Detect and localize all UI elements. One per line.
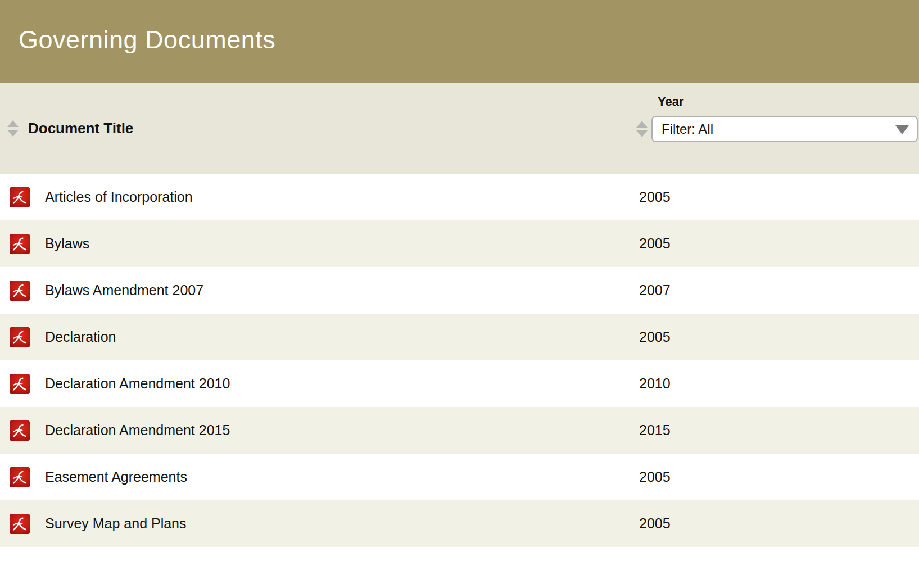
pdf-icon[interactable]: [10, 281, 30, 301]
year-filter-value: Filter: All: [662, 121, 713, 137]
document-year: 2005: [639, 236, 671, 252]
document-year: 2005: [639, 515, 671, 532]
document-title-link[interactable]: Bylaws Amendment 2007: [45, 282, 203, 298]
pdf-icon[interactable]: [10, 514, 30, 534]
table-header: Document Title Year Filter: All: [0, 83, 919, 174]
document-title-link[interactable]: Easement Agreements: [45, 469, 187, 485]
sort-desc-icon: [636, 130, 648, 137]
pdf-icon[interactable]: [10, 234, 30, 254]
sort-arrows-icon[interactable]: [7, 120, 19, 137]
table-row[interactable]: Bylaws Amendment 2007 2007: [0, 267, 919, 314]
document-title-link[interactable]: Declaration: [45, 329, 116, 345]
document-year: 2005: [639, 469, 671, 485]
document-title-link[interactable]: Declaration Amendment 2015: [45, 422, 230, 438]
table-row[interactable]: Bylaws 2005: [0, 220, 919, 267]
document-year: 2015: [639, 422, 671, 438]
year-column-header: Year Filter: All: [636, 94, 918, 142]
table-row[interactable]: Declaration Amendment 2010 2010: [0, 360, 919, 407]
column-label-year: Year: [658, 94, 918, 109]
table-row[interactable]: Declaration Amendment 2015 2015: [0, 407, 919, 454]
document-title-column-header: Document Title: [7, 83, 133, 174]
page-title: Governing Documents: [19, 25, 275, 55]
document-title-link[interactable]: Bylaws: [45, 236, 89, 252]
document-year: 2005: [639, 189, 671, 205]
sort-arrows-icon[interactable]: [636, 121, 648, 137]
document-title-link[interactable]: Declaration Amendment 2010: [45, 376, 230, 392]
document-list: Articles of Incorporation 2005 Bylaws 20…: [0, 174, 919, 588]
table-row[interactable]: Articles of Incorporation 2005: [0, 174, 919, 220]
year-filter-dropdown[interactable]: Filter: All: [651, 116, 918, 142]
pdf-icon[interactable]: [10, 374, 30, 394]
table-row[interactable]: Declaration 2005: [0, 314, 919, 360]
document-title-link[interactable]: Survey Map and Plans: [45, 515, 187, 532]
chevron-down-icon: [895, 125, 909, 134]
sort-asc-icon: [7, 120, 19, 127]
document-year: 2010: [639, 376, 671, 392]
pdf-icon[interactable]: [10, 187, 30, 207]
pdf-icon[interactable]: [10, 327, 30, 347]
document-year: 2005: [639, 329, 671, 345]
sort-desc-icon: [7, 130, 19, 137]
table-row[interactable]: Easement Agreements 2005: [0, 454, 919, 500]
pdf-icon[interactable]: [10, 420, 30, 441]
sort-asc-icon: [636, 121, 648, 128]
document-title-link[interactable]: Articles of Incorporation: [45, 189, 193, 205]
year-filter-row: Filter: All: [636, 116, 918, 142]
governing-documents-page: Governing Documents Document Title Year …: [0, 0, 919, 588]
column-label-document-title: Document Title: [28, 120, 133, 137]
pdf-icon[interactable]: [10, 467, 30, 487]
document-year: 2007: [639, 282, 671, 298]
table-row[interactable]: Survey Map and Plans 2005: [0, 500, 919, 547]
page-header: Governing Documents: [0, 0, 919, 83]
